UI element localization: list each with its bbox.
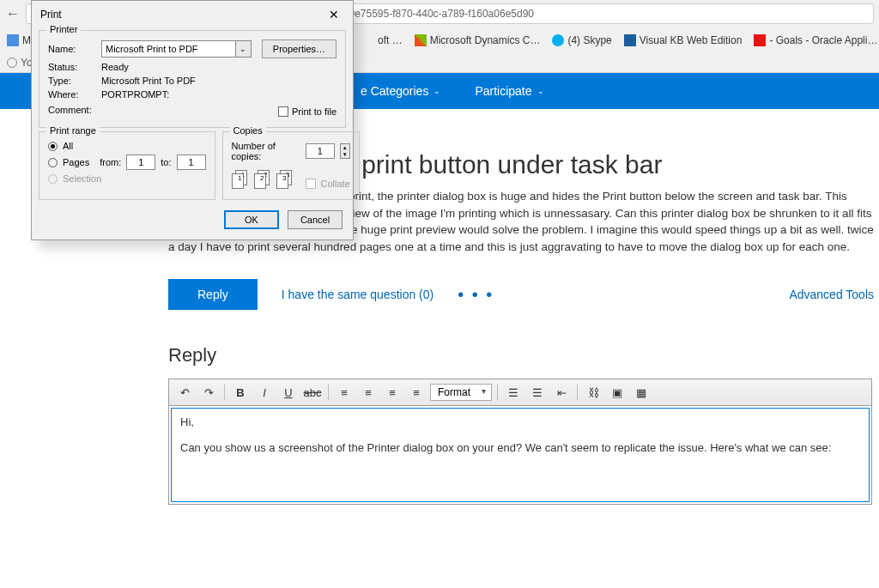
number-list-button[interactable]: ☰ bbox=[527, 383, 548, 402]
dialog-title: Print bbox=[40, 9, 62, 21]
reply-editor: ↶ ↷ B I U abc ≡ ≡ ≡ ≡ Format ☰ ☰ ⇤ ⛓ ▣ ▦… bbox=[168, 379, 872, 505]
printer-select[interactable]: Microsoft Print to PDF ⌄ bbox=[101, 40, 252, 58]
oracle-icon bbox=[754, 34, 766, 46]
pages-to-input[interactable] bbox=[177, 155, 206, 170]
status-label: Status: bbox=[48, 62, 96, 72]
format-select[interactable]: Format bbox=[430, 384, 492, 401]
ms-icon bbox=[415, 34, 427, 46]
bookmark-skype[interactable]: (4) Skype bbox=[552, 34, 611, 46]
ok-button[interactable]: OK bbox=[224, 210, 279, 229]
pages-from-input[interactable] bbox=[126, 155, 155, 170]
dialog-titlebar: Print ✕ bbox=[32, 1, 353, 27]
image-button[interactable]: ▣ bbox=[607, 383, 627, 402]
strikethrough-button[interactable]: abc bbox=[302, 383, 323, 402]
where-value: PORTPROMPT: bbox=[101, 89, 169, 100]
where-label: Where: bbox=[48, 89, 96, 100]
bullet-list-button[interactable]: ☰ bbox=[503, 383, 524, 402]
align-center-button[interactable]: ≡ bbox=[358, 383, 379, 402]
copies-input[interactable] bbox=[306, 143, 335, 159]
radio-pages[interactable] bbox=[48, 158, 58, 167]
bookmark-dynamics[interactable]: Microsoft Dynamics C… bbox=[415, 34, 541, 46]
same-question-link[interactable]: I have the same question (0) bbox=[282, 288, 433, 301]
align-right-button[interactable]: ≡ bbox=[382, 383, 403, 402]
bookmark-visualkb[interactable]: Visual KB Web Edition bbox=[624, 34, 743, 46]
italic-button[interactable]: I bbox=[254, 383, 275, 402]
bold-button[interactable]: B bbox=[230, 383, 251, 402]
skype-icon bbox=[552, 34, 564, 46]
collate-checkbox bbox=[306, 179, 316, 189]
globe-icon bbox=[7, 58, 17, 68]
status-value: Ready bbox=[101, 62, 129, 72]
nav-categories[interactable]: e Categories⌄ bbox=[361, 84, 440, 98]
cancel-button[interactable]: Cancel bbox=[288, 210, 343, 229]
name-label: Name: bbox=[48, 44, 96, 54]
bookmark-msoft[interactable]: oft … bbox=[378, 34, 403, 46]
type-value: Microsoft Print To PDF bbox=[101, 76, 196, 86]
type-label: Type: bbox=[48, 76, 96, 86]
chevron-down-icon: ⌄ bbox=[433, 87, 440, 95]
advanced-tools-link[interactable]: Advanced Tools bbox=[789, 288, 879, 301]
print-dialog: Print ✕ Printer Name: Microsoft Print to… bbox=[31, 0, 354, 240]
range-legend: Print range bbox=[46, 125, 100, 136]
kb-icon bbox=[624, 34, 636, 46]
radio-all[interactable] bbox=[48, 142, 58, 151]
align-justify-button[interactable]: ≡ bbox=[406, 383, 427, 402]
editor-line: Can you show us a screenshot of the Prin… bbox=[180, 441, 860, 454]
printer-group: Printer Name: Microsoft Print to PDF ⌄ P… bbox=[39, 30, 346, 128]
editor-line: Hi, bbox=[180, 415, 860, 428]
copies-spinner[interactable]: ▲▼ bbox=[340, 143, 350, 159]
chevron-down-icon: ⌄ bbox=[537, 87, 544, 95]
table-button[interactable]: ▦ bbox=[631, 383, 652, 402]
radio-selection bbox=[48, 174, 58, 184]
outdent-button[interactable]: ⇤ bbox=[551, 383, 572, 402]
redo-button[interactable]: ↷ bbox=[198, 383, 219, 402]
underline-button[interactable]: U bbox=[278, 383, 299, 402]
print-to-file-label: Print to file bbox=[292, 106, 336, 117]
print-to-file-checkbox[interactable] bbox=[278, 106, 288, 117]
editor-textarea[interactable]: Hi, Can you show us a screenshot of the … bbox=[171, 408, 870, 502]
comment-label: Comment: bbox=[48, 105, 96, 115]
nav-participate[interactable]: Participate⌄ bbox=[475, 84, 543, 98]
link-button[interactable]: ⛓ bbox=[583, 383, 603, 402]
close-button[interactable]: ✕ bbox=[324, 6, 344, 23]
chevron-down-icon[interactable]: ⌄ bbox=[235, 41, 251, 57]
reply-button[interactable]: Reply bbox=[168, 279, 258, 310]
bookmark-oracle[interactable]: - Goals - Oracle Appli… bbox=[754, 34, 877, 46]
dialog-buttons: OK Cancel bbox=[32, 203, 353, 239]
copies-group: Copies Number of copies: ▲▼ 11 22 33 Col… bbox=[222, 131, 360, 200]
thread-actions: Reply I have the same question (0) • • •… bbox=[168, 279, 879, 310]
align-left-button[interactable]: ≡ bbox=[334, 383, 355, 402]
collate-preview: 11 22 33 bbox=[232, 170, 295, 189]
undo-button[interactable]: ↶ bbox=[174, 383, 195, 402]
properties-button[interactable]: Properties… bbox=[262, 39, 336, 58]
copies-legend: Copies bbox=[230, 125, 266, 136]
print-range-group: Print range All Pages from: to: Selectio… bbox=[39, 131, 215, 200]
printer-legend: Printer bbox=[46, 24, 81, 34]
editor-toolbar: ↶ ↷ B I U abc ≡ ≡ ≡ ≡ Format ☰ ☰ ⇤ ⛓ ▣ ▦ bbox=[169, 379, 871, 406]
reply-heading: Reply bbox=[168, 344, 879, 367]
grid-icon bbox=[7, 34, 19, 46]
back-button[interactable]: ← bbox=[5, 6, 21, 21]
more-menu[interactable]: • • • bbox=[458, 285, 494, 305]
